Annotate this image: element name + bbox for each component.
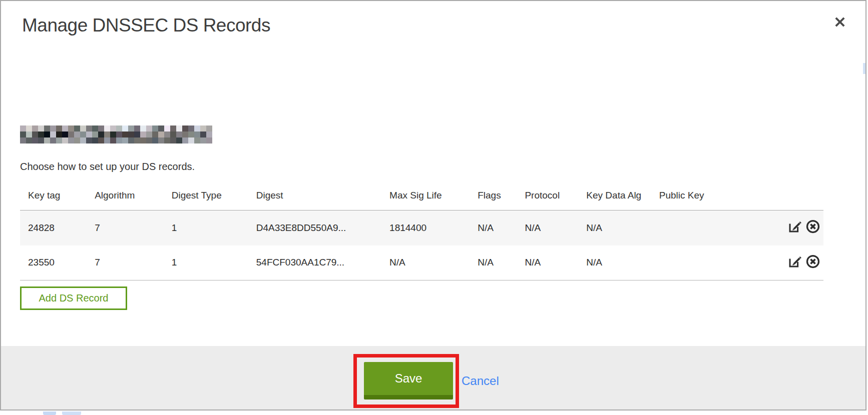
edit-record-icon[interactable] (787, 254, 802, 272)
cell-algorithm: 7 (87, 246, 164, 280)
table-row: 23550 7 1 54FCF030AA1C79... N/A N/A N/A … (20, 246, 823, 280)
cell-flags: N/A (470, 246, 517, 280)
ds-records-table: Key tag Algorithm Digest Type Digest Max… (20, 184, 823, 280)
header-digest: Digest (248, 184, 381, 210)
cell-max-sig-life: N/A (381, 246, 470, 280)
manage-dnssec-dialog: Manage DNSSEC DS Records Choose how to s… (0, 0, 866, 410)
save-button[interactable]: Save (364, 362, 453, 400)
background-page-sliver (43, 412, 56, 415)
header-actions (782, 184, 823, 210)
cell-actions (782, 210, 823, 246)
table-row: 24828 7 1 D4A33E8DD550A9... 1814400 N/A … (20, 210, 823, 246)
cell-digest-type: 1 (164, 246, 248, 280)
cell-actions (782, 246, 823, 280)
cell-key-tag: 23550 (20, 246, 87, 280)
instruction-text: Choose how to set up your DS records. (20, 161, 195, 172)
remove-record-icon[interactable] (805, 254, 820, 272)
table-header-row: Key tag Algorithm Digest Type Digest Max… (20, 184, 823, 210)
background-page-sliver (863, 63, 865, 74)
cell-max-sig-life: 1814400 (381, 210, 470, 246)
header-digest-type: Digest Type (164, 184, 248, 210)
cell-flags: N/A (470, 210, 517, 246)
header-protocol: Protocol (517, 184, 578, 210)
close-icon (833, 15, 847, 31)
remove-record-icon[interactable] (805, 219, 820, 236)
cell-public-key (651, 246, 782, 280)
cell-digest: D4A33E8DD550A9... (248, 210, 381, 246)
cell-protocol: N/A (517, 210, 578, 246)
cell-key-data-alg: N/A (578, 210, 651, 246)
cell-protocol: N/A (517, 246, 578, 280)
dialog-title: Manage DNSSEC DS Records (22, 15, 270, 36)
cell-digest: 54FCF030AA1C79... (248, 246, 381, 280)
header-public-key: Public Key (651, 184, 782, 210)
edit-record-icon[interactable] (787, 219, 802, 236)
cell-public-key (651, 210, 782, 246)
background-page-sliver (62, 412, 81, 415)
screenshot-stage: Manage DNSSEC DS Records Choose how to s… (0, 0, 868, 415)
redacted-domain (20, 126, 212, 144)
header-key-data-alg: Key Data Alg (578, 184, 651, 210)
cell-digest-type: 1 (164, 210, 248, 246)
cancel-link[interactable]: Cancel (462, 374, 499, 388)
header-key-tag: Key tag (20, 184, 87, 210)
cell-key-tag: 24828 (20, 210, 87, 246)
cell-algorithm: 7 (87, 210, 164, 246)
cell-key-data-alg: N/A (578, 246, 651, 280)
header-flags: Flags (470, 184, 517, 210)
header-max-sig-life: Max Sig Life (381, 184, 470, 210)
add-ds-record-button[interactable]: Add DS Record (20, 286, 127, 310)
header-algorithm: Algorithm (87, 184, 164, 210)
close-button[interactable] (830, 13, 850, 33)
